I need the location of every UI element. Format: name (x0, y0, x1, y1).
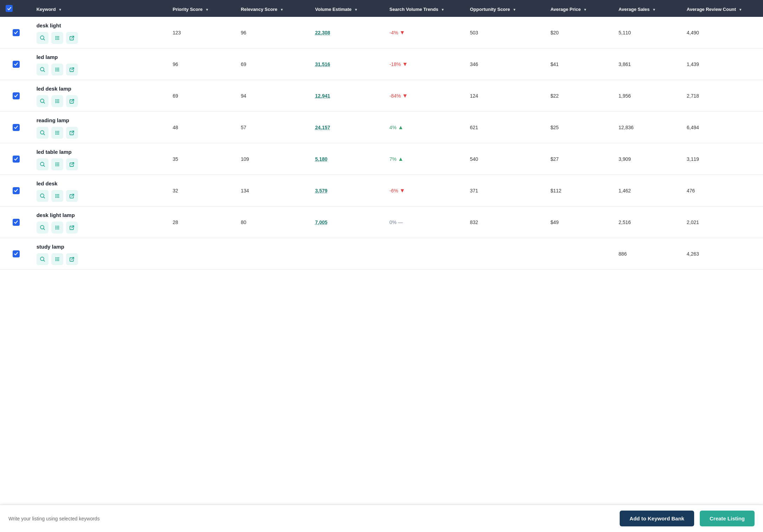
external-link-icon[interactable] (66, 190, 78, 202)
search-keyword-icon[interactable] (37, 32, 48, 44)
row-checkbox[interactable] (13, 61, 20, 68)
svg-point-81 (58, 257, 59, 258)
row-checkbox-cell[interactable] (0, 48, 32, 80)
avg-review-cell: 476 (683, 175, 763, 206)
row-checkbox[interactable] (13, 92, 20, 99)
svg-point-72 (57, 227, 58, 228)
volume-link[interactable]: 3,579 (315, 188, 327, 193)
search-keyword-icon[interactable] (37, 222, 48, 234)
header-checkbox-cell[interactable] (0, 0, 32, 17)
row-checkbox[interactable] (13, 29, 20, 36)
header-opportunity[interactable]: Opportunity Score ▼ (466, 0, 546, 17)
svg-point-24 (55, 99, 56, 100)
keyword-name: led desk lamp (37, 86, 164, 92)
svg-point-61 (57, 196, 58, 197)
external-link-icon[interactable] (66, 32, 78, 44)
trend-value: 0% — (390, 219, 403, 225)
search-keyword-icon[interactable] (37, 158, 48, 170)
grid-keyword-icon[interactable] (51, 158, 63, 170)
external-link-icon[interactable] (66, 158, 78, 170)
svg-point-86 (57, 260, 58, 261)
svg-point-20 (57, 71, 58, 72)
external-link-icon[interactable] (66, 127, 78, 139)
volume-estimate-cell[interactable]: 7,005 (311, 206, 385, 238)
svg-point-8 (55, 39, 56, 40)
external-link-icon[interactable] (66, 64, 78, 75)
keyword-cell: led table lamp (32, 143, 169, 175)
row-checkbox-cell[interactable] (0, 17, 32, 48)
keyword-actions (37, 253, 164, 265)
row-checkbox-cell[interactable] (0, 112, 32, 143)
row-checkbox-cell[interactable] (0, 175, 32, 206)
svg-point-14 (57, 68, 58, 69)
grid-keyword-icon[interactable] (51, 190, 63, 202)
svg-point-50 (57, 164, 58, 165)
header-keyword[interactable]: Keyword ▼ (32, 0, 169, 17)
volume-link[interactable]: 5,180 (315, 156, 327, 162)
header-search-trend[interactable]: Search Volume Trends ▼ (385, 0, 466, 17)
search-keyword-icon[interactable] (37, 190, 48, 202)
row-checkbox-cell[interactable] (0, 206, 32, 238)
avg-review-cell: 4,263 (683, 238, 763, 270)
volume-estimate-cell[interactable]: 3,579 (311, 175, 385, 206)
search-trend-cell: 7% ▲ (385, 143, 466, 175)
row-checkbox[interactable] (13, 156, 20, 163)
search-keyword-icon[interactable] (37, 95, 48, 107)
search-keyword-icon[interactable] (37, 64, 48, 75)
header-avg-sales[interactable]: Average Sales ▼ (614, 0, 683, 17)
volume-estimate-cell[interactable]: 31,516 (311, 48, 385, 80)
svg-line-34 (44, 134, 45, 135)
row-checkbox-cell[interactable] (0, 80, 32, 112)
avg-review-cell: 2,021 (683, 206, 763, 238)
row-checkbox[interactable] (13, 250, 20, 257)
svg-line-23 (44, 102, 45, 103)
row-checkbox[interactable] (13, 219, 20, 226)
volume-link[interactable]: 7,005 (315, 219, 327, 225)
svg-point-46 (55, 163, 56, 164)
grid-keyword-icon[interactable] (51, 95, 63, 107)
volume-link[interactable]: 31,516 (315, 61, 330, 67)
select-all-checkbox[interactable] (6, 5, 13, 12)
volume-link[interactable]: 12,941 (315, 93, 330, 99)
svg-point-19 (55, 71, 56, 72)
external-link-icon[interactable] (66, 253, 78, 265)
keyword-cell: desk light lamp (32, 206, 169, 238)
volume-link[interactable]: 22,308 (315, 30, 330, 35)
svg-point-38 (55, 132, 56, 133)
volume-estimate-cell[interactable]: 5,180 (311, 143, 385, 175)
header-priority[interactable]: Priority Score ▼ (169, 0, 237, 17)
volume-estimate-cell[interactable] (311, 238, 385, 270)
row-checkbox[interactable] (13, 187, 20, 194)
external-link-icon[interactable] (66, 95, 78, 107)
svg-point-27 (55, 101, 56, 102)
header-relevancy[interactable]: Relevancy Score ▼ (236, 0, 311, 17)
search-keyword-icon[interactable] (37, 253, 48, 265)
search-keyword-icon[interactable] (37, 127, 48, 139)
svg-line-78 (44, 260, 45, 261)
grid-keyword-icon[interactable] (51, 222, 63, 234)
volume-estimate-cell[interactable]: 22,308 (311, 17, 385, 48)
header-volume[interactable]: Volume Estimate ▼ (311, 0, 385, 17)
avg-sales-cell: 12,836 (614, 112, 683, 143)
header-avg-review[interactable]: Average Review Count ▼ (683, 0, 763, 17)
row-checkbox-cell[interactable] (0, 238, 32, 270)
table-row: led lamp (0, 48, 763, 80)
header-avg-price[interactable]: Average Price ▼ (546, 0, 614, 17)
grid-keyword-icon[interactable] (51, 64, 63, 75)
opportunity-score-cell: 503 (466, 17, 546, 48)
row-checkbox[interactable] (13, 124, 20, 131)
grid-keyword-icon[interactable] (51, 32, 63, 44)
opportunity-score-cell: 124 (466, 80, 546, 112)
header-priority-label: Priority Score (173, 7, 203, 12)
volume-estimate-cell[interactable]: 12,941 (311, 80, 385, 112)
relevancy-score-cell: 109 (236, 143, 311, 175)
svg-point-41 (55, 134, 56, 135)
grid-keyword-icon[interactable] (51, 253, 63, 265)
priority-score-cell: 96 (169, 48, 237, 80)
volume-link[interactable]: 24,157 (315, 125, 330, 130)
external-link-icon[interactable] (66, 222, 78, 234)
row-checkbox-cell[interactable] (0, 143, 32, 175)
volume-estimate-cell[interactable]: 24,157 (311, 112, 385, 143)
trend-down-arrow: ▼ (402, 61, 408, 67)
grid-keyword-icon[interactable] (51, 127, 63, 139)
